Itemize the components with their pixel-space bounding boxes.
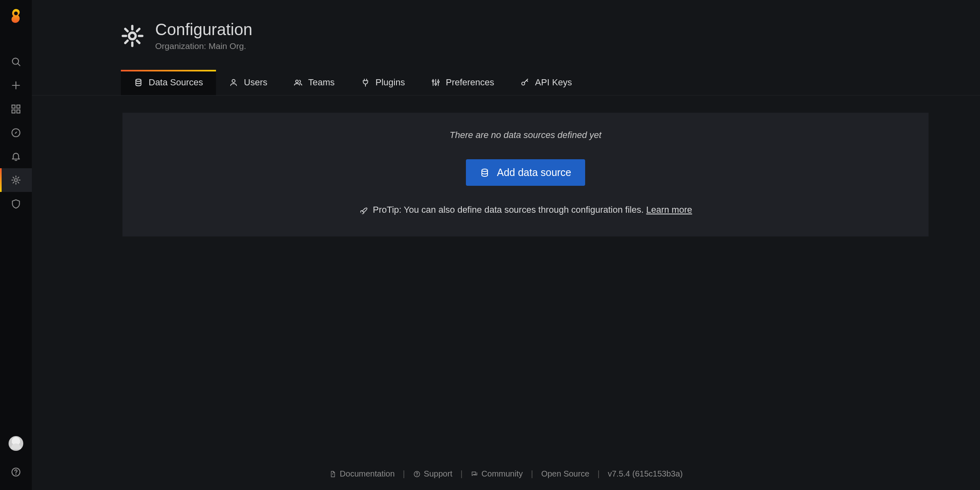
tab-label: API Keys xyxy=(535,77,572,88)
gear-icon xyxy=(121,24,144,47)
users-icon xyxy=(294,78,303,87)
footer-community[interactable]: Community xyxy=(471,469,523,479)
database-icon xyxy=(480,168,490,178)
svg-point-30 xyxy=(129,32,136,39)
help-icon xyxy=(11,467,21,477)
protip-text: ProTip: You can also define data sources… xyxy=(373,205,646,215)
help-icon xyxy=(413,470,421,478)
page-header: Configuration Organization: Main Org. xyxy=(121,20,980,51)
plug-icon xyxy=(361,78,370,87)
tab-label: Plugins xyxy=(376,77,405,88)
add-button-label: Add data source xyxy=(497,167,571,178)
footer-version: v7.5.4 (615c153b3a) xyxy=(608,469,682,479)
tab-label: Users xyxy=(244,77,267,88)
database-icon xyxy=(134,78,143,87)
document-icon xyxy=(329,470,336,478)
protip-line: ProTip: You can also define data sources… xyxy=(136,205,915,215)
user-icon xyxy=(229,78,238,87)
add-data-source-button[interactable]: Add data source xyxy=(466,159,585,186)
gear-icon xyxy=(11,175,21,185)
sidebar-admin[interactable] xyxy=(0,192,32,216)
shield-icon xyxy=(11,198,21,209)
sidebar-dashboards[interactable] xyxy=(0,97,32,121)
learn-more-link[interactable]: Learn more xyxy=(646,205,692,215)
sidebar-help[interactable] xyxy=(0,462,32,482)
dashboards-icon xyxy=(11,104,21,114)
sliders-icon xyxy=(431,78,440,87)
empty-state-panel: There are no data sources defined yet Ad… xyxy=(122,113,929,236)
sidebar xyxy=(0,0,32,490)
page-title: Configuration xyxy=(155,20,252,39)
main: Configuration Organization: Main Org. Da… xyxy=(32,0,980,490)
tab-label: Data Sources xyxy=(149,77,203,88)
rocket-icon xyxy=(359,205,368,214)
footer-documentation[interactable]: Documentation xyxy=(329,469,395,479)
tab-label: Preferences xyxy=(446,77,494,88)
footer: Documentation | Support | Community | Op… xyxy=(32,459,980,490)
sidebar-search[interactable] xyxy=(0,50,32,74)
bell-icon xyxy=(11,151,21,162)
grafana-logo[interactable] xyxy=(0,0,32,32)
page-subtitle: Organization: Main Org. xyxy=(155,41,252,51)
footer-support[interactable]: Support xyxy=(413,469,452,479)
tab-teams[interactable]: Teams xyxy=(281,70,348,95)
sidebar-alerting[interactable] xyxy=(0,145,32,168)
tab-preferences[interactable]: Preferences xyxy=(418,70,508,95)
empty-message: There are no data sources defined yet xyxy=(136,130,915,140)
tab-users[interactable]: Users xyxy=(216,70,280,95)
tab-data-sources[interactable]: Data Sources xyxy=(121,70,216,95)
search-icon xyxy=(11,56,21,67)
sidebar-configuration[interactable] xyxy=(0,168,32,192)
tab-api-keys[interactable]: API Keys xyxy=(507,70,585,95)
sidebar-explore[interactable] xyxy=(0,121,32,145)
plus-icon xyxy=(11,80,21,91)
chat-icon xyxy=(471,470,478,478)
tab-label: Teams xyxy=(308,77,335,88)
key-icon xyxy=(520,78,529,87)
sidebar-create[interactable] xyxy=(0,74,32,97)
compass-icon xyxy=(11,127,21,138)
tab-plugins[interactable]: Plugins xyxy=(348,70,418,95)
avatar[interactable] xyxy=(9,436,23,451)
tab-bar: Data SourcesUsersTeamsPluginsPreferences… xyxy=(32,70,980,96)
footer-open-source[interactable]: Open Source xyxy=(541,469,589,479)
